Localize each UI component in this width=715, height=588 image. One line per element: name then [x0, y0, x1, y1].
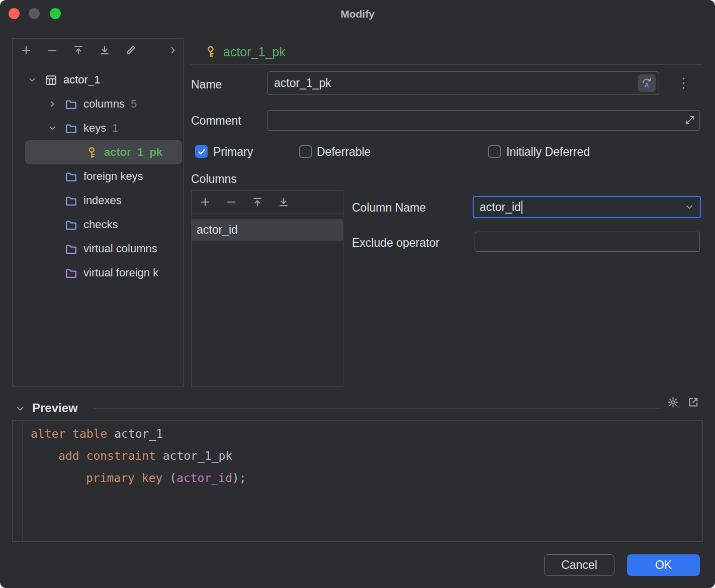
table-icon — [45, 74, 57, 86]
item-count: 5 — [131, 97, 137, 111]
move-down-icon[interactable] — [99, 45, 110, 56]
kebab-menu-icon[interactable]: ⋮ — [677, 75, 690, 91]
tree-item-label: virtual columns — [83, 242, 157, 255]
remove-column-icon[interactable] — [226, 197, 237, 208]
chevron-down-icon[interactable] — [26, 75, 39, 84]
deferrable-checkbox[interactable] — [299, 145, 312, 158]
tree-item-pk-selected[interactable]: actor_1_pk — [25, 140, 182, 164]
object-tree-panel: actor_1 columns 5 keys 1 actor_1_pk — [12, 38, 184, 387]
exclude-operator-input[interactable] — [475, 232, 700, 252]
name-input[interactable] — [267, 71, 659, 95]
folder-icon — [65, 243, 77, 255]
tree-item-label: keys — [83, 122, 106, 135]
tree-toolbar — [13, 39, 183, 62]
gear-dropdown-chevron-icon — [676, 405, 681, 410]
sql-code: alter table actor_1 add constraint actor… — [31, 423, 246, 489]
combobox-value: actor_id — [480, 201, 521, 214]
header-divider — [191, 64, 703, 65]
sql-punctuation: ); — [232, 471, 246, 484]
columns-list: actor_id — [192, 214, 343, 241]
cancel-button[interactable]: Cancel — [544, 554, 614, 576]
tree-item-virtual-columns[interactable]: virtual columns — [13, 237, 183, 261]
sql-column-ref: actor_id — [176, 471, 232, 484]
folder-icon — [65, 267, 77, 279]
collapse-panel-icon[interactable] — [168, 45, 178, 55]
tree-item-foreign-keys[interactable]: foreign keys — [13, 164, 183, 188]
preview-collapse-icon[interactable] — [15, 404, 25, 414]
move-column-down-icon[interactable] — [278, 197, 289, 208]
primary-checkbox-label[interactable]: Primary — [213, 144, 253, 159]
name-field-wrap — [267, 71, 659, 95]
sql-keyword: alter table — [31, 427, 107, 440]
columns-section-label: Columns — [191, 171, 237, 186]
column-list-item[interactable]: actor_id — [192, 219, 343, 241]
folder-icon — [65, 122, 77, 135]
columns-toolbar — [192, 190, 343, 214]
folder-icon — [65, 170, 77, 183]
sql-line-3: primary key (actor_id); — [31, 467, 246, 489]
comment-field-wrap — [267, 110, 700, 131]
key-icon — [204, 45, 217, 58]
column-name-label: Column Name — [352, 200, 426, 215]
tree-item-label: actor_1 — [63, 73, 100, 86]
tree-item-checks[interactable]: checks — [13, 213, 183, 237]
chevron-down-icon[interactable] — [685, 203, 694, 212]
sql-identifier: actor_1_pk — [156, 449, 232, 462]
sql-keyword: add constraint — [58, 449, 156, 462]
move-column-up-icon[interactable] — [252, 197, 263, 208]
text-caret — [521, 201, 522, 214]
preview-divider — [94, 408, 660, 409]
folder-icon — [65, 219, 77, 231]
tree-item-label: actor_1_pk — [104, 146, 162, 159]
object-tree: actor_1 columns 5 keys 1 actor_1_pk — [13, 68, 183, 285]
chevron-down-icon[interactable] — [46, 124, 59, 133]
open-in-editor-icon[interactable] — [687, 396, 699, 408]
folder-icon — [65, 194, 77, 207]
deferrable-checkbox-label[interactable]: Deferrable — [317, 144, 371, 159]
initially-deferred-checkbox-label[interactable]: Initially Deferred — [506, 144, 590, 159]
preview-title[interactable]: Preview — [32, 401, 78, 415]
editor-gutter-line — [22, 421, 23, 541]
tree-item-virtual-foreign-keys[interactable]: virtual foreign k — [13, 261, 183, 285]
folder-icon — [65, 98, 77, 111]
primary-checkbox[interactable] — [195, 145, 208, 158]
name-label: Name — [191, 77, 222, 92]
tree-item-label: checks — [83, 218, 118, 231]
tree-item-label: virtual foreign k — [83, 266, 158, 279]
sql-identifier: actor_1 — [107, 427, 163, 440]
tree-item-keys[interactable]: keys 1 — [13, 116, 183, 140]
tree-item-indexes[interactable]: indexes — [13, 188, 183, 213]
modify-dialog: Modify actor_1 columns 5 — [0, 0, 715, 588]
comment-label: Comment — [191, 113, 241, 128]
sql-keyword: primary key — [86, 471, 162, 484]
dialog-title: Modify — [0, 0, 715, 28]
sql-punctuation: ( — [162, 471, 176, 484]
sql-preview-editor[interactable]: alter table actor_1 add constraint actor… — [12, 420, 703, 542]
tree-item-label: foreign keys — [83, 170, 143, 183]
rename-suggestion-icon[interactable] — [638, 74, 656, 92]
columns-list-panel: actor_id — [191, 190, 343, 387]
remove-icon[interactable] — [47, 45, 58, 56]
tree-item-columns[interactable]: columns 5 — [13, 92, 183, 116]
tree-item-table[interactable]: actor_1 — [13, 68, 183, 92]
add-icon[interactable] — [21, 45, 32, 56]
edit-icon[interactable] — [125, 45, 136, 56]
item-count: 1 — [112, 122, 118, 135]
tree-item-label: columns — [83, 97, 125, 111]
expand-editor-icon[interactable] — [684, 115, 695, 126]
object-header-title: actor_1_pk — [223, 45, 286, 59]
sql-line-2: add constraint actor_1_pk — [31, 445, 246, 467]
move-up-icon[interactable] — [73, 45, 84, 56]
add-column-icon[interactable] — [200, 197, 211, 208]
initially-deferred-checkbox[interactable] — [488, 145, 501, 158]
key-icon — [85, 146, 98, 159]
chevron-right-icon[interactable] — [46, 100, 59, 109]
exclude-operator-label: Exclude operator — [352, 235, 439, 250]
ok-button[interactable]: OK — [627, 554, 700, 576]
comment-input[interactable] — [267, 110, 700, 131]
tree-item-label: indexes — [83, 194, 122, 207]
sql-line-1: alter table actor_1 — [31, 423, 246, 445]
column-name-combobox[interactable]: actor_id — [473, 196, 701, 218]
